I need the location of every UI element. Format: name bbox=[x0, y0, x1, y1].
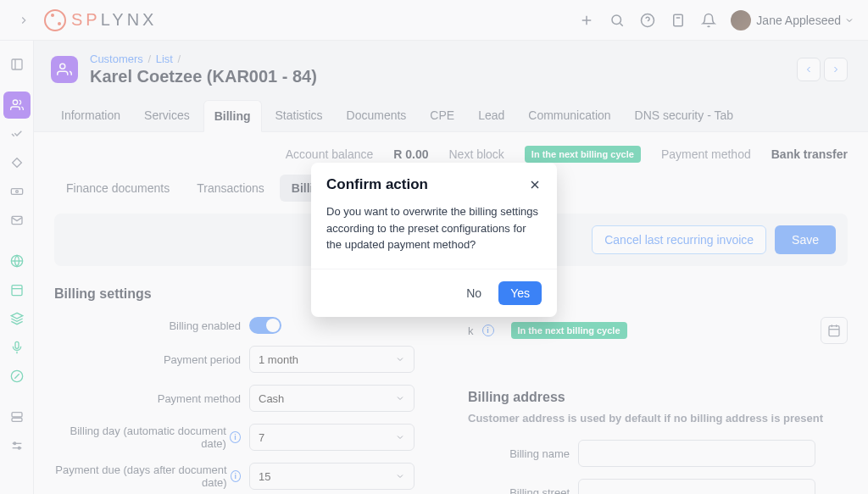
modal-body: Do you want to overwrite the billing set… bbox=[311, 200, 557, 269]
modal-yes-button[interactable]: Yes bbox=[498, 281, 542, 305]
modal-overlay[interactable]: Confirm action Do you want to overwrite … bbox=[0, 0, 868, 494]
modal-no-button[interactable]: No bbox=[458, 281, 490, 305]
close-icon[interactable] bbox=[528, 178, 542, 191]
confirm-modal: Confirm action Do you want to overwrite … bbox=[311, 163, 557, 317]
modal-title: Confirm action bbox=[326, 176, 428, 193]
